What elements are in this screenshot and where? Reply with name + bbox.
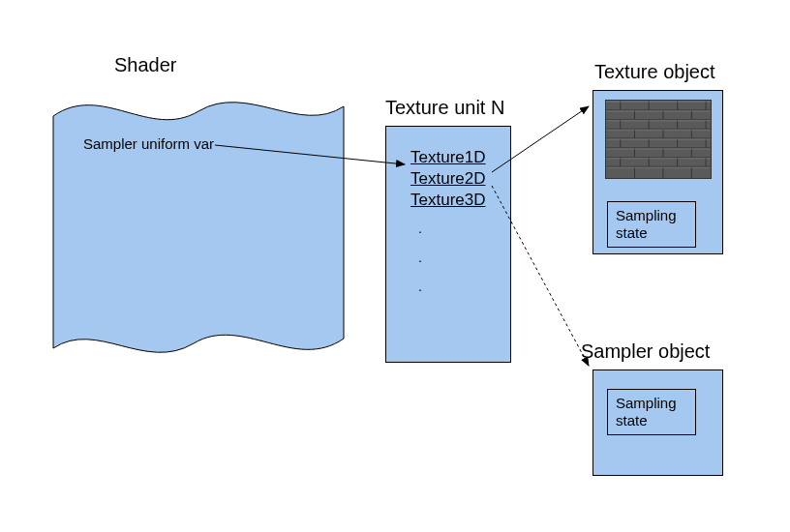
texture-object-title: Texture object bbox=[594, 61, 715, 83]
texture-2d-label: Texture2D bbox=[410, 169, 485, 189]
dots-3: . bbox=[418, 279, 422, 294]
texture-3d-label: Texture3D bbox=[410, 191, 485, 210]
shader-title: Shader bbox=[114, 54, 177, 76]
svg-rect-41 bbox=[606, 148, 711, 150]
dots-1: . bbox=[418, 221, 422, 236]
shader-shape bbox=[44, 87, 353, 377]
sampler-object-title: Sampler object bbox=[581, 340, 710, 363]
sampler-uniform-label: Sampler uniform var bbox=[83, 135, 214, 152]
sampler-object-sampling-state: Samplingstate bbox=[607, 389, 696, 435]
svg-rect-42 bbox=[606, 158, 711, 160]
svg-rect-36 bbox=[606, 101, 711, 103]
texture-unit-title: Texture unit N bbox=[385, 97, 504, 119]
svg-rect-37 bbox=[606, 110, 711, 112]
texture-object-sampling-state: Samplingstate bbox=[607, 201, 696, 248]
svg-rect-43 bbox=[606, 166, 711, 168]
brick-texture-image bbox=[605, 100, 712, 179]
svg-rect-40 bbox=[606, 138, 711, 140]
texture-1d-label: Texture1D bbox=[410, 148, 485, 167]
dots-2: . bbox=[418, 250, 422, 265]
svg-rect-38 bbox=[606, 120, 711, 122]
svg-rect-39 bbox=[606, 129, 711, 131]
